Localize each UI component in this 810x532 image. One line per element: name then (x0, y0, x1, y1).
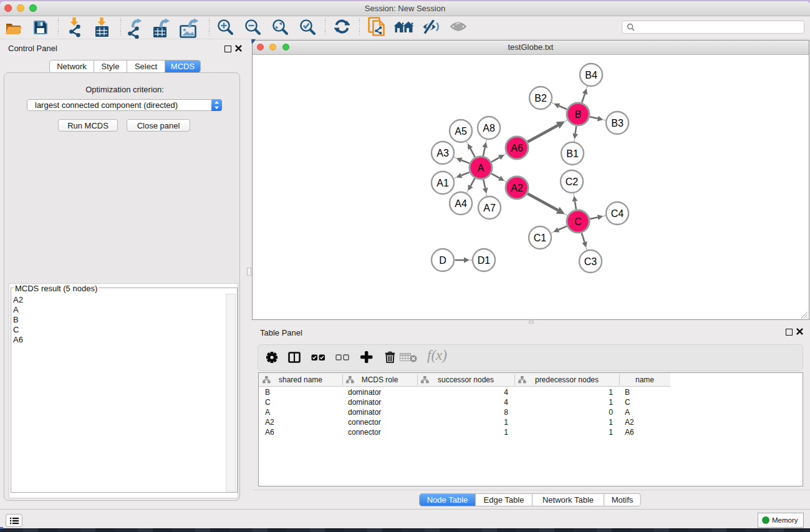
svg-text:A5: A5 (455, 126, 467, 137)
svg-text:C: C (574, 216, 582, 227)
svg-text:A3: A3 (436, 148, 449, 158)
svg-text:C2: C2 (566, 177, 579, 187)
svg-text:A6: A6 (511, 143, 523, 153)
svg-text:A2: A2 (511, 183, 523, 193)
svg-text:B1: B1 (566, 148, 579, 159)
svg-text:A7: A7 (483, 203, 496, 213)
svg-text:A8: A8 (483, 123, 495, 133)
svg-text:C1: C1 (534, 233, 547, 243)
svg-text:A4: A4 (455, 198, 467, 209)
svg-text:D: D (439, 255, 446, 266)
svg-text:D1: D1 (478, 255, 491, 266)
svg-text:B2: B2 (534, 93, 547, 104)
svg-text:A: A (478, 163, 485, 173)
svg-text:B4: B4 (585, 70, 597, 80)
svg-text:A1: A1 (436, 178, 449, 188)
svg-text:C3: C3 (584, 256, 597, 267)
svg-text:B: B (575, 109, 582, 120)
svg-text:B3: B3 (611, 118, 624, 128)
svg-text:C4: C4 (611, 208, 624, 219)
